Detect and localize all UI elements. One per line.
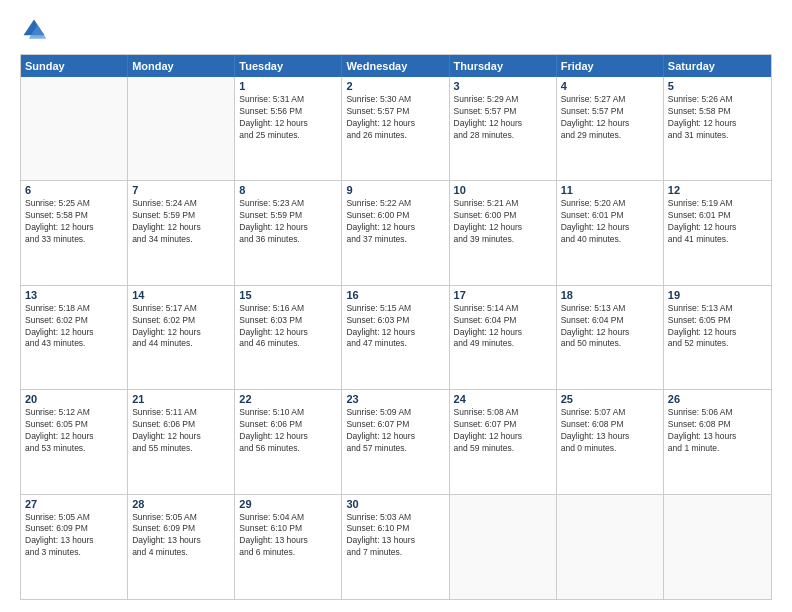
- cell-info-line: Sunrise: 5:24 AM: [132, 198, 230, 210]
- cell-info-line: and 29 minutes.: [561, 130, 659, 142]
- cell-info-line: Daylight: 12 hours: [454, 327, 552, 339]
- cell-info-line: Sunrise: 5:14 AM: [454, 303, 552, 315]
- day-number: 16: [346, 289, 444, 301]
- cell-info-line: Daylight: 13 hours: [561, 431, 659, 443]
- cell-info-line: Daylight: 12 hours: [239, 327, 337, 339]
- cell-info-line: and 33 minutes.: [25, 234, 123, 246]
- day-number: 12: [668, 184, 767, 196]
- week-2: 6Sunrise: 5:25 AMSunset: 5:58 PMDaylight…: [21, 181, 771, 285]
- cell-info-line: Sunset: 5:58 PM: [668, 106, 767, 118]
- day-number: 5: [668, 80, 767, 92]
- cell-info-line: and 55 minutes.: [132, 443, 230, 455]
- calendar: SundayMondayTuesdayWednesdayThursdayFrid…: [20, 54, 772, 600]
- cell-info-line: Sunrise: 5:26 AM: [668, 94, 767, 106]
- day-cell-26: 26Sunrise: 5:06 AMSunset: 6:08 PMDayligh…: [664, 390, 771, 493]
- cell-info-line: Daylight: 12 hours: [239, 118, 337, 130]
- cell-info-line: Daylight: 12 hours: [25, 327, 123, 339]
- cell-info-line: and 57 minutes.: [346, 443, 444, 455]
- day-number: 20: [25, 393, 123, 405]
- header-day-tuesday: Tuesday: [235, 55, 342, 77]
- cell-info-line: Sunset: 6:01 PM: [668, 210, 767, 222]
- day-number: 29: [239, 498, 337, 510]
- day-cell-30: 30Sunrise: 5:03 AMSunset: 6:10 PMDayligh…: [342, 495, 449, 599]
- day-cell-23: 23Sunrise: 5:09 AMSunset: 6:07 PMDayligh…: [342, 390, 449, 493]
- cell-info-line: Sunset: 5:59 PM: [239, 210, 337, 222]
- cell-info-line: Daylight: 13 hours: [668, 431, 767, 443]
- cell-info-line: Daylight: 12 hours: [346, 431, 444, 443]
- cell-info-line: Sunrise: 5:19 AM: [668, 198, 767, 210]
- cell-info-line: Sunset: 5:57 PM: [346, 106, 444, 118]
- header-day-wednesday: Wednesday: [342, 55, 449, 77]
- day-number: 13: [25, 289, 123, 301]
- cell-info-line: Sunset: 6:09 PM: [25, 523, 123, 535]
- cell-info-line: and 53 minutes.: [25, 443, 123, 455]
- cell-info-line: and 25 minutes.: [239, 130, 337, 142]
- cell-info-line: Sunrise: 5:03 AM: [346, 512, 444, 524]
- cell-info-line: Sunset: 5:57 PM: [561, 106, 659, 118]
- day-cell-20: 20Sunrise: 5:12 AMSunset: 6:05 PMDayligh…: [21, 390, 128, 493]
- cell-info-line: Daylight: 13 hours: [346, 535, 444, 547]
- day-cell-12: 12Sunrise: 5:19 AMSunset: 6:01 PMDayligh…: [664, 181, 771, 284]
- week-3: 13Sunrise: 5:18 AMSunset: 6:02 PMDayligh…: [21, 286, 771, 390]
- cell-info-line: Sunset: 6:04 PM: [561, 315, 659, 327]
- cell-info-line: Sunrise: 5:20 AM: [561, 198, 659, 210]
- cell-info-line: and 49 minutes.: [454, 338, 552, 350]
- cell-info-line: and 1 minute.: [668, 443, 767, 455]
- day-cell-16: 16Sunrise: 5:15 AMSunset: 6:03 PMDayligh…: [342, 286, 449, 389]
- cell-info-line: Sunrise: 5:15 AM: [346, 303, 444, 315]
- cell-info-line: and 6 minutes.: [239, 547, 337, 559]
- day-number: 27: [25, 498, 123, 510]
- cell-info-line: Sunset: 6:03 PM: [239, 315, 337, 327]
- cell-info-line: Sunrise: 5:10 AM: [239, 407, 337, 419]
- cell-info-line: and 43 minutes.: [25, 338, 123, 350]
- cell-info-line: Sunrise: 5:13 AM: [561, 303, 659, 315]
- cell-info-line: and 7 minutes.: [346, 547, 444, 559]
- day-number: 17: [454, 289, 552, 301]
- day-number: 9: [346, 184, 444, 196]
- cell-info-line: Daylight: 13 hours: [132, 535, 230, 547]
- cell-info-line: Daylight: 12 hours: [454, 118, 552, 130]
- cell-info-line: Daylight: 12 hours: [132, 327, 230, 339]
- day-number: 30: [346, 498, 444, 510]
- cell-info-line: Sunrise: 5:17 AM: [132, 303, 230, 315]
- day-number: 3: [454, 80, 552, 92]
- cell-info-line: Sunset: 6:07 PM: [346, 419, 444, 431]
- day-number: 11: [561, 184, 659, 196]
- cell-info-line: Sunset: 6:10 PM: [346, 523, 444, 535]
- cell-info-line: and 52 minutes.: [668, 338, 767, 350]
- cell-info-line: Sunrise: 5:16 AM: [239, 303, 337, 315]
- cell-info-line: Sunset: 6:00 PM: [454, 210, 552, 222]
- day-number: 18: [561, 289, 659, 301]
- cell-info-line: Sunset: 6:02 PM: [25, 315, 123, 327]
- cell-info-line: and 37 minutes.: [346, 234, 444, 246]
- day-number: 10: [454, 184, 552, 196]
- cell-info-line: Sunrise: 5:05 AM: [25, 512, 123, 524]
- cell-info-line: Sunset: 6:05 PM: [668, 315, 767, 327]
- day-cell-24: 24Sunrise: 5:08 AMSunset: 6:07 PMDayligh…: [450, 390, 557, 493]
- day-cell-17: 17Sunrise: 5:14 AMSunset: 6:04 PMDayligh…: [450, 286, 557, 389]
- cell-info-line: Sunset: 6:08 PM: [561, 419, 659, 431]
- cell-info-line: Daylight: 12 hours: [454, 222, 552, 234]
- day-cell-28: 28Sunrise: 5:05 AMSunset: 6:09 PMDayligh…: [128, 495, 235, 599]
- cell-info-line: Sunrise: 5:23 AM: [239, 198, 337, 210]
- cell-info-line: and 0 minutes.: [561, 443, 659, 455]
- cell-info-line: Sunset: 6:10 PM: [239, 523, 337, 535]
- day-cell-5: 5Sunrise: 5:26 AMSunset: 5:58 PMDaylight…: [664, 77, 771, 180]
- empty-cell: [128, 77, 235, 180]
- cell-info-line: Sunset: 6:07 PM: [454, 419, 552, 431]
- cell-info-line: Sunset: 6:00 PM: [346, 210, 444, 222]
- day-cell-19: 19Sunrise: 5:13 AMSunset: 6:05 PMDayligh…: [664, 286, 771, 389]
- cell-info-line: Daylight: 12 hours: [668, 222, 767, 234]
- cell-info-line: and 3 minutes.: [25, 547, 123, 559]
- cell-info-line: Sunset: 6:03 PM: [346, 315, 444, 327]
- cell-info-line: Daylight: 13 hours: [239, 535, 337, 547]
- day-cell-7: 7Sunrise: 5:24 AMSunset: 5:59 PMDaylight…: [128, 181, 235, 284]
- cell-info-line: Daylight: 12 hours: [668, 327, 767, 339]
- empty-cell: [450, 495, 557, 599]
- cell-info-line: and 47 minutes.: [346, 338, 444, 350]
- empty-cell: [21, 77, 128, 180]
- day-cell-27: 27Sunrise: 5:05 AMSunset: 6:09 PMDayligh…: [21, 495, 128, 599]
- cell-info-line: Daylight: 12 hours: [132, 431, 230, 443]
- cell-info-line: Sunrise: 5:11 AM: [132, 407, 230, 419]
- cell-info-line: Sunrise: 5:29 AM: [454, 94, 552, 106]
